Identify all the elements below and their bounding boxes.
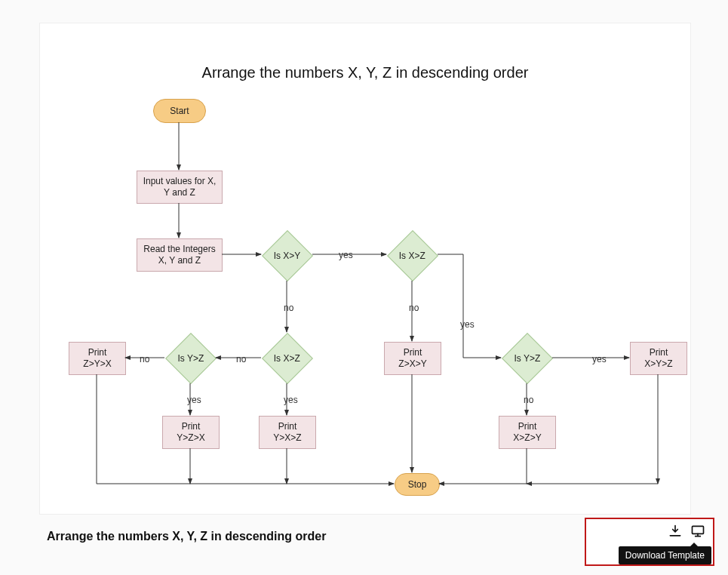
node-dec-y-z-left-label: Is Y>Z	[178, 352, 204, 364]
page: Arrange the numbers X, Y, Z in descendin…	[0, 0, 728, 575]
download-icon[interactable]	[668, 524, 683, 539]
node-print-xzy-label: Print X>Z>Y	[513, 421, 541, 444]
footer-icons	[668, 524, 705, 539]
node-start: Start	[153, 99, 206, 123]
node-input-label: Input values for X, Y and Z	[142, 176, 217, 198]
edge-xy-no: no	[282, 303, 295, 313]
node-print-zyx-label: Print Z>Y>X	[83, 347, 111, 370]
node-dec-x-z-top-label: Is X>Z	[399, 250, 425, 261]
node-dec-x-y: Is X>Y	[262, 230, 313, 281]
download-tooltip: Download Template	[619, 546, 711, 564]
node-dec-y-z-right: Is Y>Z	[502, 333, 553, 384]
node-dec-y-z-left: Is Y>Z	[165, 333, 217, 384]
node-print-xyz-label: Print X>Y>Z	[644, 347, 672, 370]
node-dec-x-z-mid: Is X>Z	[262, 333, 313, 384]
node-print-yxz: Print Y>X>Z	[259, 416, 316, 449]
node-read-label: Read the Integers X, Y and Z	[142, 244, 217, 266]
node-print-zxy-label: Print Z>X>Y	[398, 347, 426, 370]
edge-xy-yes: yes	[337, 250, 355, 260]
node-start-label: Start	[170, 106, 189, 117]
node-print-zyx: Print Z>Y>X	[69, 342, 126, 375]
node-input: Input values for X, Y and Z	[137, 171, 223, 204]
node-print-yzx-label: Print Y>Z>X	[177, 421, 204, 444]
node-dec-y-z-right-label: Is Y>Z	[515, 352, 541, 364]
node-print-xzy: Print X>Z>Y	[499, 416, 556, 449]
download-tooltip-label: Download Template	[625, 550, 705, 561]
edge-yzright-yes: yes	[591, 354, 608, 364]
node-read: Read the Integers X, Y and Z	[137, 238, 223, 272]
edge-xzmid-yes: yes	[282, 395, 299, 405]
edge-yzright-no: no	[522, 395, 535, 405]
node-dec-x-z-mid-label: Is X>Z	[274, 352, 300, 364]
edge-xztop-no: no	[407, 303, 420, 313]
svg-rect-0	[693, 526, 704, 533]
node-dec-x-z-top: Is X>Z	[387, 230, 438, 281]
diagram-card: Arrange the numbers X, Y, Z in descendin…	[39, 23, 691, 515]
edge-xztop-yes: yes	[459, 319, 476, 330]
node-stop: Stop	[395, 473, 440, 496]
node-stop-label: Stop	[408, 479, 427, 490]
monitor-icon[interactable]	[690, 524, 705, 539]
edge-xzmid-no: no	[235, 354, 247, 364]
node-dec-x-y-label: Is X>Y	[274, 251, 301, 262]
edge-yzleft-yes: yes	[186, 395, 203, 405]
caption: Arrange the numbers X, Y, Z in descendin…	[47, 530, 326, 543]
node-print-zxy: Print Z>X>Y	[384, 342, 441, 375]
node-print-xyz: Print X>Y>Z	[630, 342, 687, 375]
node-print-yxz-label: Print Y>X>Z	[273, 421, 301, 444]
node-print-yzx: Print Y>Z>X	[162, 416, 220, 449]
diagram-title: Arrange the numbers X, Y, Z in descendin…	[40, 64, 690, 81]
edge-yzleft-no: no	[138, 354, 151, 364]
